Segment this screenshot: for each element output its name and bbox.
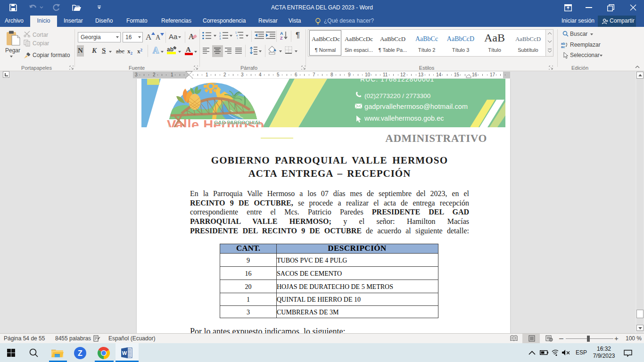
svg-text:(02)2773220 / 2773300: (02)2773220 / 2773300 [364, 92, 430, 99]
svg-text:i: i [237, 37, 238, 40]
svg-text:A: A [153, 46, 159, 55]
svg-text:3: 3 [219, 37, 221, 40]
svg-text:www.vallehermoso.gob.ec: www.vallehermoso.gob.ec [364, 115, 444, 122]
svg-text:gadprvallehermoso@hotmail.com: gadprvallehermoso@hotmail.com [364, 103, 468, 110]
svg-text:Z: Z [78, 349, 83, 357]
svg-text:RUC: 1768122800001: RUC: 1768122800001 [360, 79, 434, 83]
svg-text:GAD PARROQUIAL: GAD PARROQUIAL [214, 120, 262, 125]
svg-text:Z: Z [280, 36, 283, 40]
svg-text:W: W [122, 350, 127, 356]
svg-text:ac: ac [561, 45, 565, 48]
svg-text:A: A [280, 31, 283, 36]
